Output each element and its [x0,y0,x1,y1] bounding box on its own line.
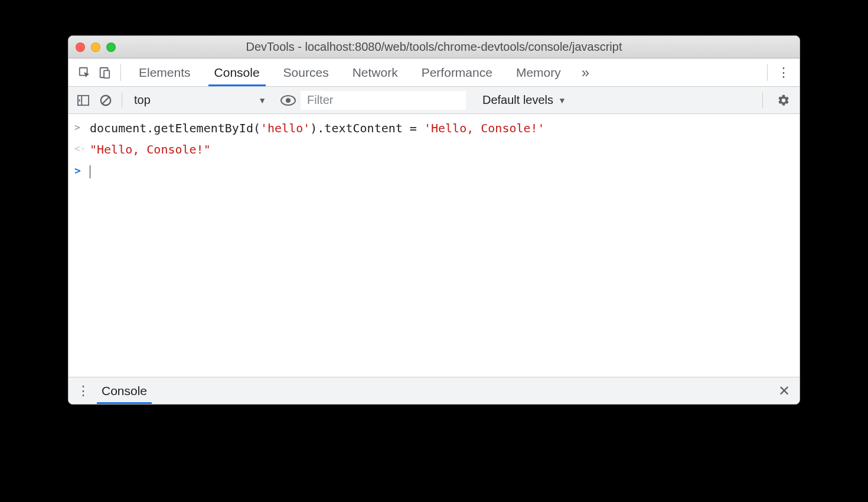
console-output[interactable]: > document.getElementById('hello').textC… [68,114,800,377]
log-levels-selector[interactable]: Default levels ▼ [475,93,573,107]
console-output-entry: <· "Hello, Console!" [68,139,800,160]
tab-elements[interactable]: Elements [127,58,203,86]
main-tabs: Elements Console Sources Network Perform… [127,58,598,86]
context-selector-label: top [134,93,151,107]
live-expression-icon[interactable] [278,90,298,110]
clear-console-icon[interactable] [96,90,116,110]
inspect-element-icon[interactable] [74,63,94,83]
titlebar: DevTools - localhost:8080/web/tools/chro… [68,36,800,58]
tab-network[interactable]: Network [341,58,410,86]
divider [122,93,122,108]
divider [762,93,763,108]
tab-performance[interactable]: Performance [410,58,504,86]
filter-input[interactable] [301,91,466,110]
more-tabs-button[interactable]: » [573,58,598,86]
tab-memory[interactable]: Memory [504,58,573,86]
zoom-window-button[interactable] [106,43,116,52]
drawer-tab-console[interactable]: Console [93,377,155,404]
svg-line-6 [103,97,109,103]
console-result: "Hello, Console!" [90,140,794,159]
svg-rect-2 [104,70,109,78]
input-marker-icon: > [74,119,90,138]
drawer-menu-icon[interactable]: ⋮ [73,383,93,399]
chevron-down-icon: ▼ [258,96,266,105]
svg-point-8 [286,98,291,103]
tab-sources[interactable]: Sources [272,58,341,86]
console-input-field[interactable] [90,161,794,180]
window-title: DevTools - localhost:8080/web/tools/chro… [68,40,800,54]
divider [767,64,768,81]
prompt-marker-icon: > [74,161,90,180]
drawer: ⋮ Console ✕ [68,377,800,404]
console-code: document.getElementById('hello').textCon… [90,119,794,138]
close-window-button[interactable] [76,43,85,52]
context-selector[interactable]: top ▼ [128,90,276,110]
settings-menu-icon[interactable]: ⋮ [774,65,794,80]
traffic-lights [76,43,116,52]
console-prompt[interactable]: > [68,160,800,181]
chevron-down-icon: ▼ [558,96,566,105]
tab-console[interactable]: Console [203,58,272,86]
device-toolbar-icon[interactable] [94,63,115,83]
console-input-entry: > document.getElementById('hello').textC… [68,118,800,139]
console-toolbar: top ▼ Default levels ▼ [68,87,800,114]
log-levels-label: Default levels [482,93,553,107]
output-marker-icon: <· [74,140,90,159]
minimize-window-button[interactable] [91,43,100,52]
main-tabs-row: Elements Console Sources Network Perform… [68,58,800,87]
console-settings-icon[interactable] [772,89,795,112]
divider [120,64,121,81]
devtools-window: DevTools - localhost:8080/web/tools/chro… [68,35,800,405]
close-drawer-icon[interactable]: ✕ [774,383,795,399]
sidebar-toggle-icon[interactable] [73,90,93,110]
